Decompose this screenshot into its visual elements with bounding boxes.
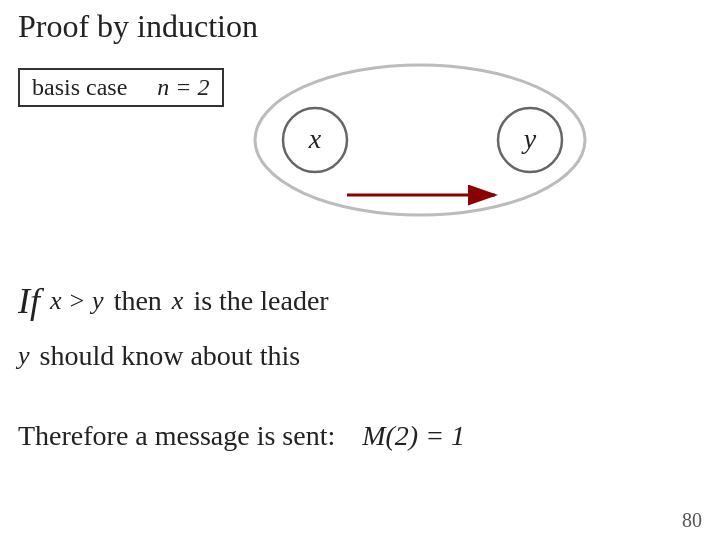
- is-the-leader-text: is the leader: [193, 285, 328, 317]
- x-variable: x: [172, 286, 184, 316]
- therefore-text: Therefore a message is sent:: [18, 420, 335, 452]
- m-formula: M(2) = 1: [362, 420, 465, 452]
- therefore-section: Therefore a message is sent: M(2) = 1: [18, 420, 465, 452]
- condition-formula: x > y: [50, 286, 104, 316]
- then-word: then: [114, 285, 162, 317]
- if-word: If: [18, 280, 40, 322]
- page-number: 80: [682, 509, 702, 532]
- basis-case-box: basis case n = 2: [18, 68, 224, 107]
- y-variable: y: [18, 341, 30, 371]
- page-title: Proof by induction: [18, 8, 258, 45]
- should-know-text: should know about this: [40, 340, 301, 372]
- n-equals-2: n = 2: [157, 74, 209, 100]
- svg-text:x: x: [308, 123, 322, 154]
- svg-text:y: y: [521, 123, 537, 154]
- basis-case-label: basis case: [32, 74, 127, 100]
- diagram: x y: [240, 55, 600, 235]
- y-section: y should know about this: [18, 340, 300, 372]
- if-section: If x > y then x is the leader: [18, 280, 329, 322]
